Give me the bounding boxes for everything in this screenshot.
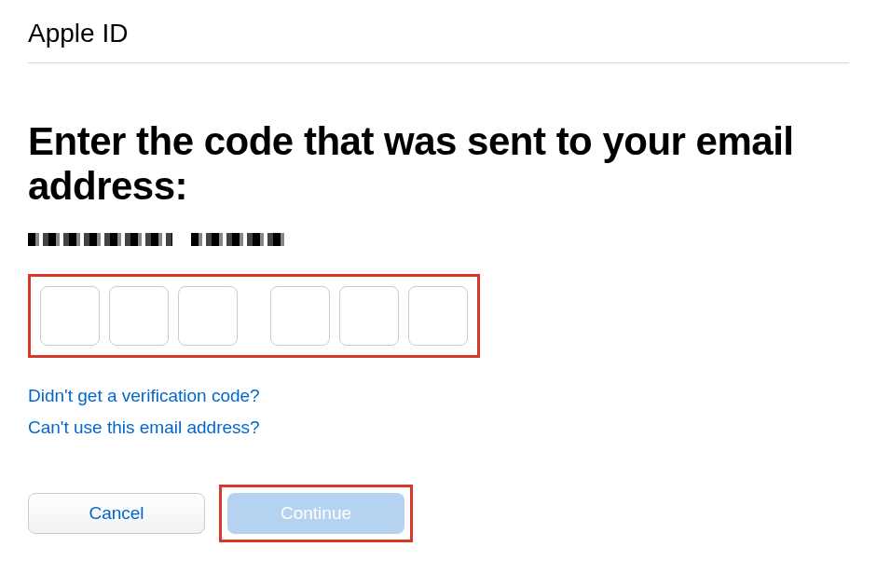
code-digit-2[interactable]	[109, 286, 169, 346]
header: Apple ID	[28, 19, 849, 63]
redacted-text	[28, 233, 172, 246]
main-heading: Enter the code that was sent to your ema…	[28, 119, 849, 210]
email-address-redacted	[28, 233, 849, 246]
code-digit-6[interactable]	[408, 286, 468, 346]
code-digit-5[interactable]	[339, 286, 399, 346]
code-group-spacer	[247, 286, 261, 346]
code-group-2	[270, 286, 468, 346]
continue-button[interactable]: Continue	[227, 493, 404, 534]
code-digit-3[interactable]	[178, 286, 238, 346]
code-group-1	[40, 286, 238, 346]
cant-use-email-link[interactable]: Can't use this email address?	[28, 417, 849, 438]
code-digit-4[interactable]	[270, 286, 330, 346]
cancel-button[interactable]: Cancel	[28, 493, 205, 534]
help-links: Didn't get a verification code? Can't us…	[28, 386, 849, 438]
button-row: Cancel Continue	[28, 485, 849, 542]
didnt-get-code-link[interactable]: Didn't get a verification code?	[28, 386, 849, 406]
verification-code-highlight	[28, 274, 480, 358]
code-digit-1[interactable]	[40, 286, 100, 346]
verification-code-inputs	[40, 286, 468, 346]
continue-button-highlight: Continue	[219, 485, 413, 542]
redacted-text	[191, 233, 284, 246]
page-title: Apple ID	[28, 19, 849, 48]
